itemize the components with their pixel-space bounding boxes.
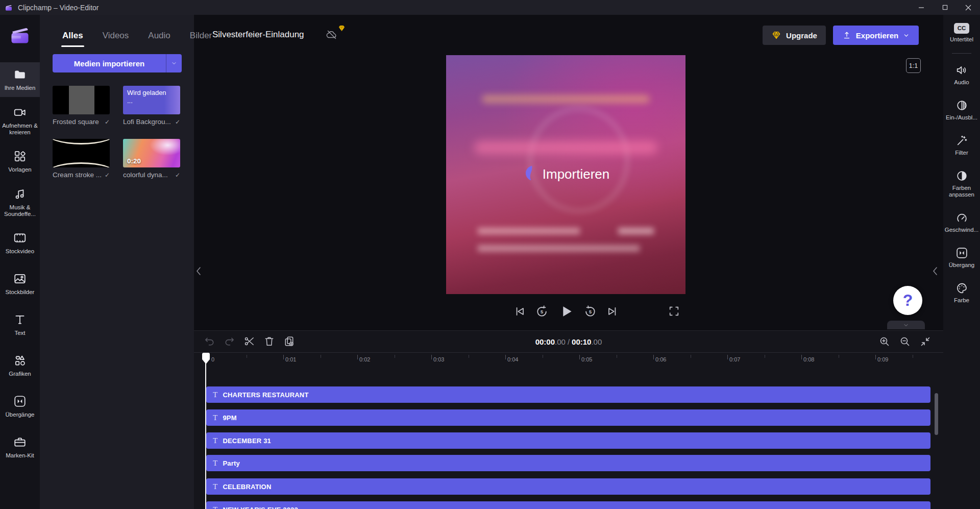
- timeline-track-text[interactable]: T 9PM: [206, 409, 930, 426]
- panel-item-label: Audio: [954, 79, 969, 86]
- media-thumbnail[interactable]: [53, 139, 110, 167]
- maximize-button[interactable]: [933, 0, 957, 15]
- fit-timeline-button[interactable]: [919, 335, 932, 348]
- sidebar-item-uebergaenge[interactable]: Übergänge: [0, 389, 40, 424]
- clipchamp-app: Clipchamp – Video-Editor Ihre: [0, 0, 980, 509]
- track-label: NEW YEAR'S EVE 2022: [223, 506, 298, 509]
- skip-end-button[interactable]: [606, 305, 619, 318]
- sidebar-item-vorlagen[interactable]: Vorlagen: [0, 144, 40, 179]
- tab-alles[interactable]: Alles: [62, 31, 83, 41]
- sidebar-item-label: Ihre Medien: [4, 85, 37, 91]
- forward-5s-button[interactable]: 5: [583, 305, 597, 319]
- panel-item-label: Filter: [955, 150, 968, 156]
- sidebar-item-marken-kit[interactable]: Marken-Kit: [0, 430, 40, 465]
- zoom-in-button[interactable]: [878, 335, 891, 348]
- check-icon: ✓: [175, 118, 180, 126]
- clipchamp-logo[interactable]: [9, 24, 31, 46]
- export-button[interactable]: Exportieren: [833, 26, 919, 45]
- sidebar-item-stockvideo[interactable]: Stockvideo: [0, 226, 40, 260]
- panel-item-audio[interactable]: Audio: [943, 64, 980, 86]
- timeline-ruler[interactable]: 00:010:020:030:040:050:060:070:080:09: [194, 352, 943, 369]
- expand-properties-panel-handle[interactable]: [931, 263, 939, 279]
- tab-bilder[interactable]: Bilder: [190, 31, 212, 41]
- panel-item-label: Farben anpassen: [943, 185, 980, 198]
- svg-text:5: 5: [540, 309, 543, 314]
- ruler-label: 0:04: [507, 356, 518, 362]
- magic-wand-icon: [955, 134, 968, 147]
- ruler-label: 0:05: [581, 356, 592, 362]
- timeline-track-text[interactable]: T Party: [206, 455, 930, 471]
- media-name: Frosted square: [53, 118, 99, 126]
- sidebar-item-ihre-medien[interactable]: Ihre Medien: [0, 62, 40, 97]
- export-label: Exportieren: [856, 31, 898, 40]
- time-separator: /: [568, 337, 570, 346]
- left-nav-rail: Ihre Medien Aufnehmen & kreieren Vorlage…: [0, 15, 40, 509]
- brand-kit-icon: [13, 435, 27, 449]
- palette-icon: [955, 282, 968, 295]
- help-question-mark: ?: [903, 291, 913, 310]
- video-preview[interactable]: Importieren: [446, 55, 685, 294]
- fullscreen-button[interactable]: [668, 305, 680, 318]
- upgrade-button[interactable]: Upgrade: [763, 26, 826, 45]
- project-title[interactable]: Silvesterfeier-Einladung: [212, 30, 304, 40]
- panel-item-farben-anpassen[interactable]: Farben anpassen: [943, 169, 980, 198]
- text-icon: T: [213, 482, 217, 491]
- window-title: Clipchamp – Video-Editor: [18, 4, 99, 12]
- panel-item-farbe[interactable]: Farbe: [943, 282, 980, 304]
- ruler-major-tick: [283, 355, 284, 359]
- timeline-track-text[interactable]: T CHARTERS RESTAURANT: [206, 386, 930, 403]
- collapse-media-panel-handle[interactable]: [194, 263, 203, 279]
- clipchamp-swoosh-icon: [522, 165, 535, 183]
- ruler-minor-tick: [839, 355, 839, 358]
- cloud-offline-icon: [325, 29, 338, 41]
- window-controls: [910, 0, 980, 15]
- ruler-major-tick: [875, 355, 876, 359]
- media-name: Cream stroke ...: [53, 171, 102, 179]
- sidebar-item-label: Grafiken: [8, 371, 32, 377]
- ruler-major-tick: [505, 355, 506, 359]
- current-time: 00:00: [535, 337, 555, 346]
- tab-audio[interactable]: Audio: [148, 31, 170, 41]
- color-adjust-icon: [955, 169, 968, 182]
- import-media-split-button: Medien importieren: [53, 54, 182, 72]
- timeline-track-text[interactable]: T DECEMBER 31: [206, 432, 930, 449]
- play-button[interactable]: [557, 303, 575, 320]
- tab-videos[interactable]: Videos: [103, 31, 129, 41]
- panel-item-ein-ausblenden[interactable]: Ein-/Ausbl...: [943, 99, 980, 121]
- panel-item-geschwindigkeit[interactable]: Geschwind...: [943, 211, 980, 233]
- ruler-minor-tick: [395, 355, 395, 358]
- timeline-vertical-scrollbar[interactable]: [935, 393, 938, 435]
- image-icon: [13, 272, 27, 285]
- minimize-button[interactable]: [910, 0, 933, 15]
- panel-item-uebergang[interactable]: Übergang: [943, 247, 980, 269]
- playhead-line: [205, 354, 206, 509]
- media-thumbnail[interactable]: Wird geladen ...: [123, 86, 180, 114]
- close-button[interactable]: [957, 0, 980, 15]
- import-media-button[interactable]: Medien importieren: [53, 54, 166, 72]
- timeline-track-text[interactable]: T CELEBRATION: [206, 478, 930, 495]
- sidebar-item-label: Marken-Kit: [5, 452, 35, 459]
- blurred-text-line: [478, 228, 580, 234]
- sidebar-item-grafiken[interactable]: Grafiken: [0, 348, 40, 383]
- help-collapse-tab[interactable]: [887, 321, 925, 329]
- rewind-5s-button[interactable]: 5: [535, 305, 549, 319]
- timeline-track-text[interactable]: T NEW YEAR'S EVE 2022: [206, 501, 930, 509]
- loading-label: Wird geladen ...: [127, 89, 168, 105]
- help-button[interactable]: ?: [893, 286, 922, 315]
- blurred-text-line: [618, 228, 654, 234]
- sidebar-item-label: Stockbilder: [5, 289, 36, 296]
- import-media-dropdown[interactable]: [166, 54, 182, 72]
- sidebar-item-text[interactable]: Text: [0, 307, 40, 342]
- sidebar-item-aufnehmen[interactable]: Aufnehmen & kreieren: [0, 103, 40, 138]
- skip-start-button[interactable]: [513, 305, 526, 318]
- current-frac: .00: [555, 337, 566, 346]
- zoom-out-button[interactable]: [899, 335, 911, 348]
- panel-item-untertitel[interactable]: CC Untertitel: [943, 23, 980, 43]
- media-thumbnail[interactable]: [53, 86, 110, 114]
- sidebar-item-musik[interactable]: Musik & Soundeffe...: [0, 185, 40, 220]
- chevron-down-icon: [903, 322, 909, 328]
- aspect-ratio-badge[interactable]: 1:1: [906, 58, 921, 73]
- sidebar-item-stockbilder[interactable]: Stockbilder: [0, 266, 40, 301]
- media-thumbnail[interactable]: 0:20: [123, 139, 180, 167]
- panel-item-filter[interactable]: Filter: [943, 134, 980, 156]
